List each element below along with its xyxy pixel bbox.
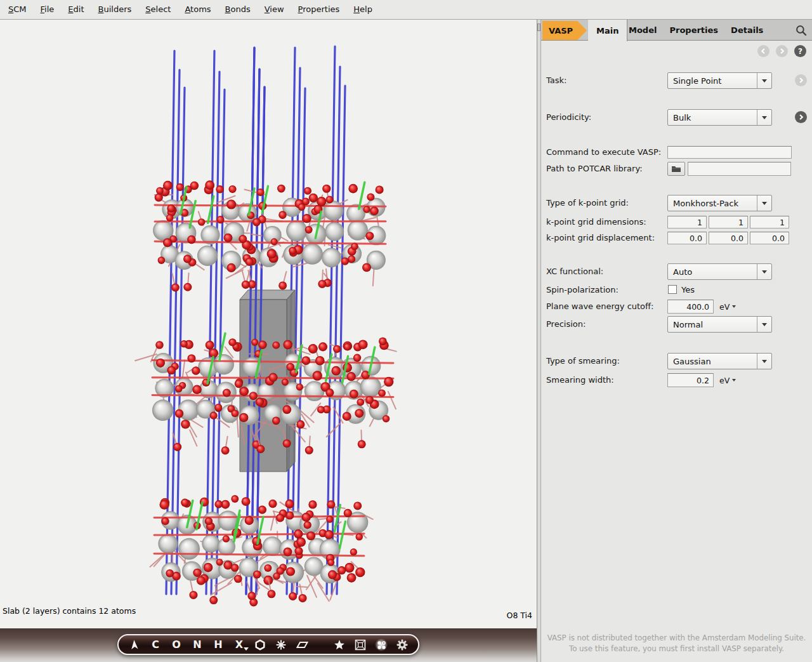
menu-bonds[interactable]: Bonds (218, 0, 258, 19)
viewer-bottom-strip: CONHX (0, 628, 537, 662)
kgrid-disp-z-input[interactable] (750, 232, 789, 244)
nitrogen-tool[interactable]: N (191, 639, 204, 651)
task-detail-icon (795, 74, 807, 86)
menu-help[interactable]: Help (346, 0, 379, 19)
menu-select[interactable]: Select (138, 0, 178, 19)
command-label: Command to execute VASP: (546, 146, 661, 159)
xc-dropdown[interactable]: Auto (667, 263, 772, 280)
row-task: Task: Single Point (541, 72, 812, 89)
unit-arrow-icon (732, 379, 736, 381)
row-kgrid-disp: k-point grid displacement: (541, 232, 812, 244)
vasp-disclaimer: VASP is not distributed together with th… (541, 633, 812, 654)
settings-tool-icon[interactable] (396, 639, 409, 651)
command-input[interactable] (667, 146, 792, 159)
menu-view[interactable]: View (258, 0, 291, 19)
panel-tab-bar: VASP Main ModelPropertiesDetails (541, 20, 812, 41)
help-icon[interactable]: ? (794, 45, 806, 57)
kgrid-dim-y-input[interactable] (709, 216, 748, 228)
kgrid-dims-label: k-point grid dimensions: (546, 216, 646, 228)
precision-dropdown[interactable]: Normal (667, 316, 772, 333)
task-label: Task: (546, 72, 566, 89)
menu-file[interactable]: File (34, 0, 62, 19)
tab-properties[interactable]: Properties (663, 25, 724, 35)
dropdown-arrow-icon (757, 354, 771, 369)
menu-bar: SCMFileEditBuildersSelectAtomsBondsViewP… (0, 0, 812, 20)
vasp-panel: VASP Main ModelPropertiesDetails ? Task:… (541, 20, 812, 662)
row-smearing: Type of smearing: Gaussian (541, 353, 812, 369)
panel-nav-row: ? (757, 45, 806, 57)
potcar-path-input[interactable] (688, 162, 791, 176)
task-dropdown[interactable]: Single Point (667, 72, 772, 89)
smearing-label: Type of smearing: (546, 353, 620, 369)
smearing-dropdown[interactable]: Gaussian (667, 353, 772, 369)
molecule-viewer[interactable]: Slab (2 layers) contains 12 atoms O8 Ti4… (0, 20, 537, 662)
row-kgrid-type: Type of k-point grid: Monkhorst-Pack (541, 195, 812, 211)
kgrid-disp-x-input[interactable] (667, 232, 707, 244)
oxygen-tool[interactable]: O (170, 639, 183, 651)
menu-atoms[interactable]: Atoms (178, 0, 218, 19)
viewport-tool-icon[interactable] (354, 639, 367, 651)
row-command: Command to execute VASP: (541, 146, 812, 159)
cutoff-unit-dropdown[interactable]: eV (719, 300, 736, 314)
spin-label: Spin-polarization: (546, 284, 619, 296)
smearing-width-input[interactable] (667, 373, 714, 387)
viewer-formula-text: O8 Ti4 (507, 611, 532, 620)
unit-arrow-icon (732, 305, 736, 308)
menu-edit[interactable]: Edit (61, 0, 91, 19)
dropdown-arrow-icon (757, 73, 771, 88)
forward-icon[interactable] (776, 45, 788, 57)
tab-model[interactable]: Model (622, 25, 663, 35)
precision-label: Precision: (546, 316, 586, 333)
product-tab-vasp[interactable]: VASP (542, 21, 587, 40)
tab-details[interactable]: Details (724, 25, 769, 35)
menu-properties[interactable]: Properties (291, 0, 347, 19)
row-kgrid-dims: k-point grid dimensions: (541, 216, 812, 228)
plane-tool-icon[interactable] (296, 639, 308, 651)
molecule-3d-scene[interactable] (0, 20, 537, 628)
xc-label: XC functional: (546, 263, 603, 280)
menu-builders[interactable]: Builders (91, 0, 139, 19)
periodicity-dropdown[interactable]: Bulk (667, 109, 772, 126)
carbon-tool[interactable]: C (149, 639, 162, 651)
spin-checkbox[interactable] (668, 285, 677, 294)
periodicity-label: Periodicity: (546, 109, 591, 126)
molecule-view-tool-icon[interactable] (375, 639, 388, 651)
splitter-grip[interactable] (537, 23, 540, 31)
kgrid-dim-z-input[interactable] (750, 216, 789, 228)
tab-main[interactable]: Main (588, 20, 627, 41)
smearing-unit-dropdown[interactable]: eV (719, 373, 736, 387)
hydrogen-tool[interactable]: H (212, 639, 225, 651)
search-icon[interactable] (795, 24, 808, 37)
browse-folder-button[interactable] (667, 162, 685, 176)
row-cutoff: Plane wave energy cutoff: eV (541, 300, 812, 314)
row-precision: Precision: Normal (541, 316, 812, 333)
folder-icon (671, 165, 681, 173)
kgrid-type-label: Type of k-point grid: (546, 195, 629, 211)
row-potcar: Path to POTCAR library: (541, 162, 812, 176)
spin-checkbox-label: Yes (681, 284, 695, 296)
dropdown-arrow-icon (757, 317, 771, 332)
builder-toolbar: CONHX (117, 634, 419, 655)
ring-tool-icon[interactable] (254, 639, 266, 651)
smearing-width-label: Smearing width: (546, 373, 614, 387)
kgrid-disp-y-input[interactable] (709, 232, 748, 244)
element-x-tool[interactable]: X (233, 639, 246, 651)
dropdown-arrow-icon (757, 264, 771, 279)
row-xc: XC functional: Auto (541, 263, 812, 280)
dropdown-arrow-icon (757, 195, 771, 211)
kgrid-dim-x-input[interactable] (667, 216, 707, 228)
panel-splitter[interactable] (537, 20, 541, 662)
freeze-tool-icon[interactable] (275, 639, 287, 651)
back-icon[interactable] (757, 45, 769, 57)
kgrid-type-dropdown[interactable]: Monkhorst-Pack (667, 195, 772, 211)
cutoff-input[interactable] (667, 300, 714, 314)
favorites-tool-icon[interactable] (333, 639, 346, 651)
pointer-tool-icon[interactable] (128, 639, 141, 651)
periodicity-detail-icon[interactable] (795, 111, 807, 123)
menu-scm[interactable]: SCM (1, 0, 34, 19)
viewer-status-text: Slab (2 layers) contains 12 atoms (3, 606, 136, 616)
cutoff-label: Plane wave energy cutoff: (546, 300, 653, 314)
dropdown-arrow-icon (757, 110, 771, 125)
potcar-label: Path to POTCAR library: (546, 162, 643, 176)
row-spin: Spin-polarization: Yes (541, 284, 812, 296)
